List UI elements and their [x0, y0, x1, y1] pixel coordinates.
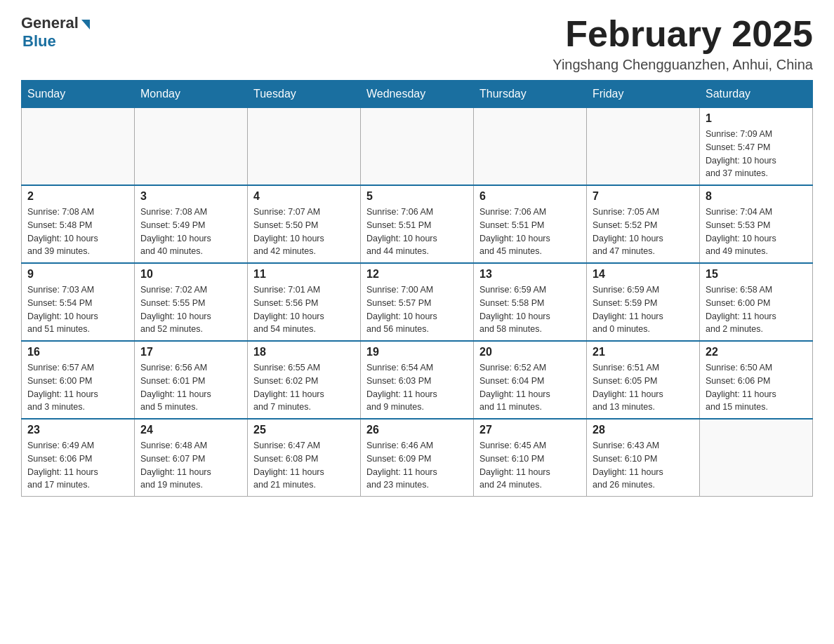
calendar-cell: 15Sunrise: 6:58 AMSunset: 6:00 PMDayligh… — [700, 263, 813, 341]
calendar-cell: 25Sunrise: 6:47 AMSunset: 6:08 PMDayligh… — [248, 419, 361, 497]
calendar-cell: 14Sunrise: 6:59 AMSunset: 5:59 PMDayligh… — [587, 263, 700, 341]
calendar-cell: 11Sunrise: 7:01 AMSunset: 5:56 PMDayligh… — [248, 263, 361, 341]
day-number: 8 — [706, 190, 807, 203]
day-info: Sunrise: 6:51 AMSunset: 6:05 PMDaylight:… — [593, 361, 694, 414]
calendar-cell: 8Sunrise: 7:04 AMSunset: 5:53 PMDaylight… — [700, 185, 813, 263]
day-number: 26 — [366, 424, 468, 436]
day-number: 12 — [366, 268, 468, 281]
day-number: 10 — [140, 268, 241, 281]
day-info: Sunrise: 6:50 AMSunset: 6:06 PMDaylight:… — [706, 361, 807, 414]
day-number: 14 — [593, 268, 694, 281]
day-info: Sunrise: 6:47 AMSunset: 6:08 PMDaylight:… — [253, 439, 355, 492]
day-info: Sunrise: 6:57 AMSunset: 6:00 PMDaylight:… — [27, 361, 128, 414]
calendar-week-row: 23Sunrise: 6:49 AMSunset: 6:06 PMDayligh… — [22, 419, 813, 497]
calendar-cell — [248, 108, 361, 186]
weekday-header-friday: Friday — [587, 81, 700, 108]
day-info: Sunrise: 6:52 AMSunset: 6:04 PMDaylight:… — [479, 361, 581, 414]
calendar-cell: 18Sunrise: 6:55 AMSunset: 6:02 PMDayligh… — [248, 341, 361, 419]
day-info: Sunrise: 6:59 AMSunset: 5:59 PMDaylight:… — [593, 283, 694, 336]
day-number: 19 — [366, 346, 468, 358]
day-number: 16 — [27, 346, 128, 358]
day-number: 4 — [253, 190, 355, 203]
day-number: 13 — [479, 268, 581, 281]
calendar-cell: 20Sunrise: 6:52 AMSunset: 6:04 PMDayligh… — [474, 341, 587, 419]
day-number: 23 — [27, 424, 128, 436]
day-number: 18 — [253, 346, 355, 358]
weekday-header-thursday: Thursday — [474, 81, 587, 108]
logo-blue-text: Blue — [22, 32, 56, 51]
day-number: 28 — [593, 424, 694, 436]
calendar-cell: 26Sunrise: 6:46 AMSunset: 6:09 PMDayligh… — [361, 419, 474, 497]
calendar-cell: 22Sunrise: 6:50 AMSunset: 6:06 PMDayligh… — [700, 341, 813, 419]
calendar-week-row: 1Sunrise: 7:09 AMSunset: 5:47 PMDaylight… — [22, 108, 813, 186]
weekday-header-row: SundayMondayTuesdayWednesdayThursdayFrid… — [22, 81, 813, 108]
day-number: 25 — [253, 424, 355, 436]
day-number: 20 — [479, 346, 581, 358]
day-info: Sunrise: 7:00 AMSunset: 5:57 PMDaylight:… — [366, 283, 468, 336]
day-info: Sunrise: 6:56 AMSunset: 6:01 PMDaylight:… — [140, 361, 241, 414]
day-info: Sunrise: 7:08 AMSunset: 5:49 PMDaylight:… — [140, 206, 241, 258]
day-number: 27 — [479, 424, 581, 436]
day-info: Sunrise: 7:01 AMSunset: 5:56 PMDaylight:… — [253, 283, 355, 336]
day-info: Sunrise: 7:02 AMSunset: 5:55 PMDaylight:… — [140, 283, 241, 336]
calendar-cell — [700, 419, 813, 497]
logo-arrow-icon — [81, 20, 90, 29]
calendar-cell: 3Sunrise: 7:08 AMSunset: 5:49 PMDaylight… — [135, 185, 248, 263]
calendar-week-row: 2Sunrise: 7:08 AMSunset: 5:48 PMDaylight… — [22, 185, 813, 263]
day-info: Sunrise: 6:54 AMSunset: 6:03 PMDaylight:… — [366, 361, 468, 414]
day-number: 17 — [140, 346, 241, 358]
day-number: 7 — [593, 190, 694, 203]
calendar-cell: 4Sunrise: 7:07 AMSunset: 5:50 PMDaylight… — [248, 185, 361, 263]
calendar-cell: 13Sunrise: 6:59 AMSunset: 5:58 PMDayligh… — [474, 263, 587, 341]
calendar-cell: 23Sunrise: 6:49 AMSunset: 6:06 PMDayligh… — [22, 419, 135, 497]
calendar-cell: 9Sunrise: 7:03 AMSunset: 5:54 PMDaylight… — [22, 263, 135, 341]
weekday-header-wednesday: Wednesday — [361, 81, 474, 108]
day-info: Sunrise: 6:49 AMSunset: 6:06 PMDaylight:… — [27, 439, 128, 492]
calendar-cell: 6Sunrise: 7:06 AMSunset: 5:51 PMDaylight… — [474, 185, 587, 263]
calendar-cell: 21Sunrise: 6:51 AMSunset: 6:05 PMDayligh… — [587, 341, 700, 419]
calendar-cell: 12Sunrise: 7:00 AMSunset: 5:57 PMDayligh… — [361, 263, 474, 341]
day-info: Sunrise: 6:46 AMSunset: 6:09 PMDaylight:… — [366, 439, 468, 492]
weekday-header-monday: Monday — [135, 81, 248, 108]
day-info: Sunrise: 6:58 AMSunset: 6:00 PMDaylight:… — [706, 283, 807, 336]
logo: General Blue — [21, 14, 90, 51]
calendar-cell: 7Sunrise: 7:05 AMSunset: 5:52 PMDaylight… — [587, 185, 700, 263]
calendar-cell: 16Sunrise: 6:57 AMSunset: 6:00 PMDayligh… — [22, 341, 135, 419]
calendar-cell — [22, 108, 135, 186]
day-info: Sunrise: 7:06 AMSunset: 5:51 PMDaylight:… — [479, 206, 581, 258]
calendar-cell: 27Sunrise: 6:45 AMSunset: 6:10 PMDayligh… — [474, 419, 587, 497]
calendar-cell: 2Sunrise: 7:08 AMSunset: 5:48 PMDaylight… — [22, 185, 135, 263]
day-number: 9 — [27, 268, 128, 281]
day-info: Sunrise: 7:06 AMSunset: 5:51 PMDaylight:… — [366, 206, 468, 258]
day-info: Sunrise: 7:07 AMSunset: 5:50 PMDaylight:… — [253, 206, 355, 258]
calendar-cell — [135, 108, 248, 186]
day-info: Sunrise: 7:03 AMSunset: 5:54 PMDaylight:… — [27, 283, 128, 336]
weekday-header-saturday: Saturday — [700, 81, 813, 108]
weekday-header-sunday: Sunday — [22, 81, 135, 108]
day-info: Sunrise: 6:55 AMSunset: 6:02 PMDaylight:… — [253, 361, 355, 414]
calendar-cell — [361, 108, 474, 186]
day-number: 2 — [27, 190, 128, 203]
calendar-cell — [474, 108, 587, 186]
location-text: Yingshang Chengguanzhen, Anhui, China — [552, 57, 813, 73]
day-info: Sunrise: 7:05 AMSunset: 5:52 PMDaylight:… — [593, 206, 694, 258]
day-info: Sunrise: 7:09 AMSunset: 5:47 PMDaylight:… — [706, 128, 807, 180]
day-number: 5 — [366, 190, 468, 203]
calendar-week-row: 9Sunrise: 7:03 AMSunset: 5:54 PMDaylight… — [22, 263, 813, 341]
calendar-cell: 1Sunrise: 7:09 AMSunset: 5:47 PMDaylight… — [700, 108, 813, 186]
day-number: 3 — [140, 190, 241, 203]
month-title: February 2025 — [552, 14, 813, 54]
day-info: Sunrise: 7:04 AMSunset: 5:53 PMDaylight:… — [706, 206, 807, 258]
day-number: 24 — [140, 424, 241, 436]
calendar-cell — [587, 108, 700, 186]
weekday-header-tuesday: Tuesday — [248, 81, 361, 108]
title-section: February 2025 Yingshang Chengguanzhen, A… — [552, 14, 813, 73]
calendar-table: SundayMondayTuesdayWednesdayThursdayFrid… — [21, 80, 813, 497]
day-info: Sunrise: 6:48 AMSunset: 6:07 PMDaylight:… — [140, 439, 241, 492]
calendar-week-row: 16Sunrise: 6:57 AMSunset: 6:00 PMDayligh… — [22, 341, 813, 419]
page-header: General Blue February 2025 Yingshang Che… — [21, 14, 813, 73]
day-number: 22 — [706, 346, 807, 358]
day-number: 1 — [706, 112, 807, 125]
calendar-cell: 28Sunrise: 6:43 AMSunset: 6:10 PMDayligh… — [587, 419, 700, 497]
day-number: 6 — [479, 190, 581, 203]
